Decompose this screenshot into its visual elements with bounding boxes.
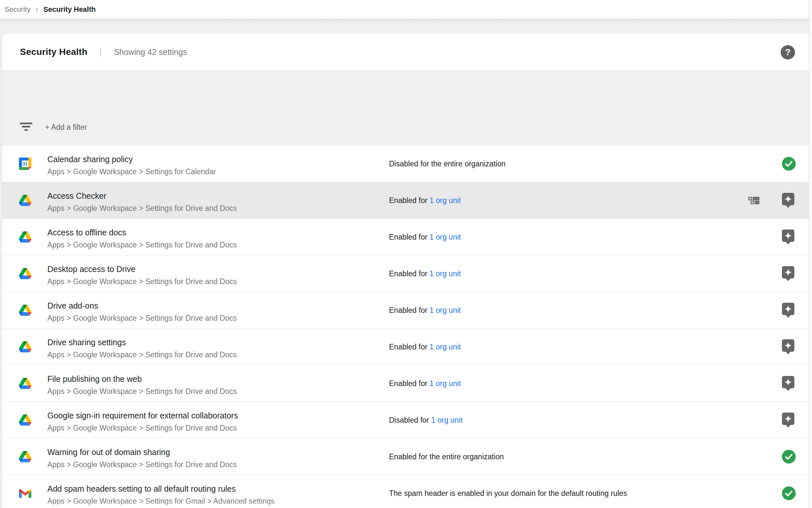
title-divider: | <box>100 47 102 57</box>
setting-row[interactable]: Add spam headers setting to all default … <box>2 475 809 508</box>
setting-title: Access Checker <box>47 191 237 201</box>
org-units-icon <box>748 197 759 204</box>
breadcrumb-security-health: Security Health <box>43 5 96 14</box>
setting-path: Apps > Google Workspace > Settings for D… <box>47 314 237 323</box>
status-ok-check-icon <box>782 486 796 500</box>
setting-path: Apps > Google Workspace > Settings for D… <box>47 350 237 359</box>
google-drive-icon <box>19 231 31 243</box>
setting-text: File publishing on the web Apps > Google… <box>47 374 237 396</box>
setting-status: Enabled for 1 org unit <box>389 269 461 278</box>
status-text: Disabled for the entire organization <box>389 159 506 168</box>
setting-path: Apps > Google Workspace > Settings for D… <box>47 387 237 396</box>
recommendation-badge-icon[interactable] <box>782 376 795 391</box>
setting-title: Access to offline docs <box>47 228 237 237</box>
org-unit-link[interactable]: 1 org unit <box>430 232 461 241</box>
setting-path: Apps > Google Workspace > Settings for G… <box>47 497 275 506</box>
google-drive-icon <box>19 415 31 426</box>
recommendation-badge-icon[interactable] <box>782 412 795 428</box>
setting-title: File publishing on the web <box>47 374 237 384</box>
recommendation-badge-icon[interactable] <box>782 193 795 208</box>
google-drive-icon <box>19 378 31 389</box>
status-text: Enabled for <box>389 379 430 387</box>
card-header: Security Health | Showing 42 settings ? <box>2 34 809 70</box>
setting-row[interactable]: Desktop access to Drive Apps > Google Wo… <box>2 255 809 292</box>
settings-count: Showing 42 settings <box>114 47 187 57</box>
status-text: Enabled for <box>389 342 430 351</box>
setting-row[interactable]: Drive add-ons Apps > Google Workspace > … <box>2 292 809 329</box>
setting-status: The spam header is enabled in your domai… <box>389 489 627 498</box>
recommendation-badge-icon[interactable] <box>782 339 795 354</box>
setting-status: Enabled for 1 org unit <box>389 306 461 314</box>
setting-title: Warning for out of domain sharing <box>47 448 237 457</box>
breadcrumb: Security › Security Health <box>0 0 812 18</box>
setting-title: Drive add-ons <box>47 301 237 310</box>
status-text: Enabled for <box>389 196 430 204</box>
org-unit-link[interactable]: 1 org unit <box>430 306 461 314</box>
org-unit-link[interactable]: 1 org unit <box>430 379 461 387</box>
add-filter-button[interactable]: + Add a filter <box>45 123 87 132</box>
setting-row[interactable]: Access Checker Apps > Google Workspace >… <box>2 182 809 219</box>
status-text: The spam header is enabled in your domai… <box>389 489 627 497</box>
setting-text: Access Checker Apps > Google Workspace >… <box>47 191 237 213</box>
setting-row[interactable]: Warning for out of domain sharing Apps >… <box>2 438 809 475</box>
status-text: Enabled for <box>389 232 430 241</box>
breadcrumb-security[interactable]: Security <box>5 5 30 14</box>
setting-row[interactable]: Access to offline docs Apps > Google Wor… <box>2 219 809 255</box>
status-text: Disabled for <box>389 416 431 424</box>
google-drive-icon <box>19 195 31 206</box>
chevron-right-icon: › <box>36 5 38 14</box>
filter-icon[interactable] <box>20 123 32 132</box>
setting-path: Apps > Google Workspace > Settings for D… <box>47 277 237 286</box>
setting-row[interactable]: 31 Calendar sharing policy Apps > Google… <box>2 145 809 182</box>
setting-title: Desktop access to Drive <box>47 264 237 274</box>
setting-row[interactable]: File publishing on the web Apps > Google… <box>2 365 809 402</box>
status-ok-check-icon <box>782 157 796 171</box>
setting-title: Add spam headers setting to all default … <box>47 484 275 494</box>
setting-row[interactable]: Drive sharing settings Apps > Google Wor… <box>2 329 809 365</box>
org-unit-link[interactable]: 1 org unit <box>430 269 461 278</box>
setting-text: Desktop access to Drive Apps > Google Wo… <box>47 264 237 286</box>
page-title: Security Health <box>20 47 88 57</box>
setting-status: Disabled for the entire organization <box>389 159 506 168</box>
setting-status: Enabled for 1 org unit <box>389 232 461 241</box>
org-unit-link[interactable]: 1 org unit <box>431 416 463 424</box>
vertical-scrollbar[interactable] <box>809 0 812 508</box>
org-unit-link[interactable]: 1 org unit <box>430 342 461 351</box>
recommendation-badge-icon[interactable] <box>782 302 795 318</box>
status-text: Enabled for <box>389 306 430 314</box>
help-icon[interactable]: ? <box>781 45 795 59</box>
setting-row[interactable]: Google sign-in requirement for external … <box>2 402 809 438</box>
recommendation-badge-icon[interactable] <box>782 229 795 245</box>
page-band-shadow <box>0 18 812 34</box>
status-text: Enabled for the entire organization <box>389 452 504 461</box>
setting-status: Enabled for 1 org unit <box>389 196 461 205</box>
google-drive-icon <box>19 268 31 279</box>
status-text: Enabled for <box>389 269 430 278</box>
google-calendar-icon: 31 <box>19 158 31 170</box>
setting-title: Drive sharing settings <box>47 338 237 347</box>
setting-status: Enabled for the entire organization <box>389 452 504 461</box>
setting-path: Apps > Google Workspace > Settings for D… <box>47 241 237 249</box>
setting-text: Add spam headers setting to all default … <box>47 484 275 506</box>
recommendation-badge-icon[interactable] <box>782 266 795 281</box>
setting-text: Access to offline docs Apps > Google Wor… <box>47 228 237 249</box>
filter-toolbar: + Add a filter Setting name Status i <box>2 70 809 146</box>
setting-path: Apps > Google Workspace > Settings for D… <box>47 424 238 432</box>
setting-text: Drive add-ons Apps > Google Workspace > … <box>47 301 237 323</box>
setting-path: Apps > Google Workspace > Settings for D… <box>47 460 237 469</box>
setting-title: Google sign-in requirement for external … <box>47 411 238 420</box>
setting-text: Warning for out of domain sharing Apps >… <box>47 448 237 469</box>
setting-status: Enabled for 1 org unit <box>389 379 461 388</box>
gmail-icon <box>19 489 31 498</box>
google-drive-icon <box>19 305 31 316</box>
org-unit-link[interactable]: 1 org unit <box>430 196 461 204</box>
setting-text: Calendar sharing policy Apps > Google Wo… <box>47 155 216 176</box>
google-drive-icon <box>19 341 31 352</box>
google-drive-icon <box>19 451 31 462</box>
setting-text: Google sign-in requirement for external … <box>47 411 238 432</box>
status-ok-check-icon <box>782 450 796 464</box>
setting-status: Disabled for 1 org unit <box>389 416 463 424</box>
setting-title: Calendar sharing policy <box>47 155 216 164</box>
setting-text: Drive sharing settings Apps > Google Wor… <box>47 338 237 359</box>
security-health-card: Security Health | Showing 42 settings ? … <box>2 34 809 508</box>
